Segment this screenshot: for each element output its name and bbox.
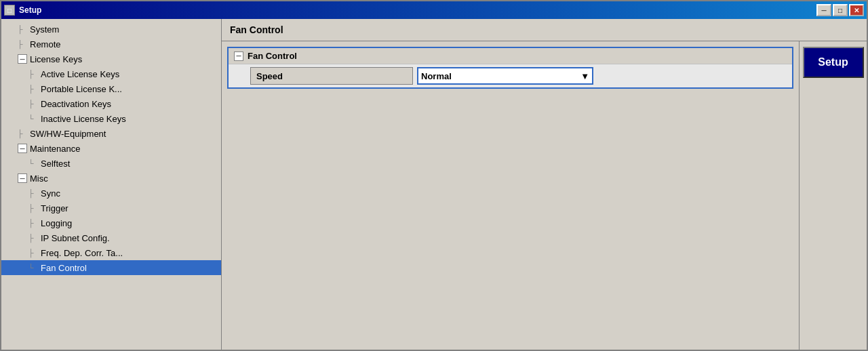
sidebar-item-label: Portable License K... xyxy=(41,84,122,94)
sidebar-item-label: System xyxy=(30,24,59,35)
speed-dropdown[interactable]: Normal ▼ xyxy=(417,67,593,85)
group-expand-icon[interactable]: ─ xyxy=(234,51,243,61)
tree-connector: ├ xyxy=(28,249,38,257)
sidebar-item-label: Fan Control xyxy=(41,263,87,273)
settings-row-speed: Speed Normal ▼ xyxy=(229,64,792,87)
main-content: Fan Control ─ Fan Control xyxy=(222,19,867,350)
sidebar-item-label: Maintenance xyxy=(30,144,80,154)
settings-group-fan-control: ─ Fan Control Speed xyxy=(227,47,793,89)
sidebar-item-label: IP Subnet Config. xyxy=(41,233,110,243)
setup-button[interactable]: Setup xyxy=(803,47,864,78)
speed-dropdown-container: Normal ▼ xyxy=(417,67,593,85)
speed-label: Speed xyxy=(250,67,413,85)
tree-connector: ├ xyxy=(28,100,38,108)
sidebar-item-deactivation-keys[interactable]: ├ Deactivation Keys xyxy=(1,96,221,111)
sidebar-item-sync[interactable]: ├ Sync xyxy=(1,186,221,201)
sidebar-item-label: SW/HW-Equipment xyxy=(30,129,106,139)
sidebar-item-swhw-equipment[interactable]: ├ SW/HW-Equipment xyxy=(1,126,221,141)
minimize-button[interactable]: ─ xyxy=(816,4,831,16)
tree-connector: ├ xyxy=(28,189,38,197)
sidebar-item-label: Misc xyxy=(30,173,48,184)
content-header: Fan Control xyxy=(222,19,867,41)
sidebar-item-label: License Keys xyxy=(30,54,82,64)
dropdown-arrow-icon: ▼ xyxy=(580,71,589,81)
sidebar-item-misc[interactable]: ─ Misc xyxy=(1,171,221,186)
title-buttons: ─ □ ✕ xyxy=(816,4,864,16)
sidebar-item-portable-license-keys[interactable]: ├ Portable License K... xyxy=(1,81,221,96)
sidebar-item-trigger[interactable]: ├ Trigger xyxy=(1,201,221,215)
sidebar-item-label: Deactivation Keys xyxy=(41,99,111,109)
speed-dropdown-value: Normal xyxy=(421,71,452,81)
sidebar-item-license-keys[interactable]: ─ License Keys xyxy=(1,51,221,66)
restore-button[interactable]: □ xyxy=(833,4,848,16)
tree-connector: ├ xyxy=(28,70,38,78)
window-title: Setup xyxy=(19,5,41,15)
sidebar-item-ip-subnet-config[interactable]: ├ IP Subnet Config. xyxy=(1,230,221,245)
group-title: Fan Control xyxy=(248,51,297,61)
sidebar-item-selftest[interactable]: └ Selftest xyxy=(1,156,221,171)
tree-expand-icon[interactable]: ─ xyxy=(18,173,27,183)
tree-connector: ├ xyxy=(28,219,38,227)
sidebar-item-maintenance[interactable]: ─ Maintenance xyxy=(1,141,221,156)
close-button[interactable]: ✕ xyxy=(849,4,864,16)
main-window: □ Setup ─ □ ✕ ├ System ├ Remote ─ xyxy=(0,0,868,351)
sidebar-item-label: Trigger xyxy=(41,203,68,213)
tree-connector: └ xyxy=(28,264,38,272)
sidebar: ├ System ├ Remote ─ License Keys ├ Activ… xyxy=(1,19,222,350)
sidebar-item-remote[interactable]: ├ Remote xyxy=(1,37,221,51)
sidebar-item-label: Active License Keys xyxy=(41,69,119,79)
sidebar-item-label: Logging xyxy=(41,218,72,228)
tree-connector: ├ xyxy=(18,25,27,33)
sidebar-item-label: Inactive License Keys xyxy=(41,114,126,124)
tree-connector: └ xyxy=(28,159,38,167)
tree-connector: ├ xyxy=(18,129,27,138)
content-area: ─ Fan Control Speed xyxy=(222,41,867,350)
side-panel: Setup xyxy=(799,41,867,350)
sidebar-item-label: Freq. Dep. Corr. Ta... xyxy=(41,248,123,258)
tree-connector: └ xyxy=(28,115,38,123)
settings-label-cell: Speed xyxy=(234,67,417,85)
sidebar-item-freq-dep-corr[interactable]: ├ Freq. Dep. Corr. Ta... xyxy=(1,245,221,260)
tree-connector: ├ xyxy=(18,40,27,48)
content-title: Fan Control xyxy=(230,24,283,35)
settings-panel: ─ Fan Control Speed xyxy=(222,41,799,350)
sidebar-item-label: Remote xyxy=(30,39,61,49)
window-icon: □ xyxy=(4,5,15,16)
sidebar-item-system[interactable]: ├ System xyxy=(1,22,221,37)
title-bar: □ Setup ─ □ ✕ xyxy=(1,1,867,19)
title-bar-left: □ Setup xyxy=(4,5,41,16)
sidebar-item-inactive-license-keys[interactable]: └ Inactive License Keys xyxy=(1,111,221,126)
sidebar-item-logging[interactable]: ├ Logging xyxy=(1,215,221,230)
group-header: ─ Fan Control xyxy=(229,48,792,64)
tree-connector: ├ xyxy=(28,85,38,93)
tree-connector: ├ xyxy=(28,234,38,242)
sidebar-item-label: Sync xyxy=(41,188,60,199)
settings-value-cell: Normal ▼ xyxy=(417,67,787,85)
tree-expand-icon[interactable]: ─ xyxy=(18,54,27,64)
tree-connector: ├ xyxy=(28,204,38,212)
tree-expand-icon[interactable]: ─ xyxy=(18,144,27,153)
sidebar-item-active-license-keys[interactable]: ├ Active License Keys xyxy=(1,66,221,81)
sidebar-item-label: Selftest xyxy=(41,159,70,169)
window-body: ├ System ├ Remote ─ License Keys ├ Activ… xyxy=(1,19,867,350)
sidebar-item-fan-control[interactable]: └ Fan Control xyxy=(1,260,221,275)
